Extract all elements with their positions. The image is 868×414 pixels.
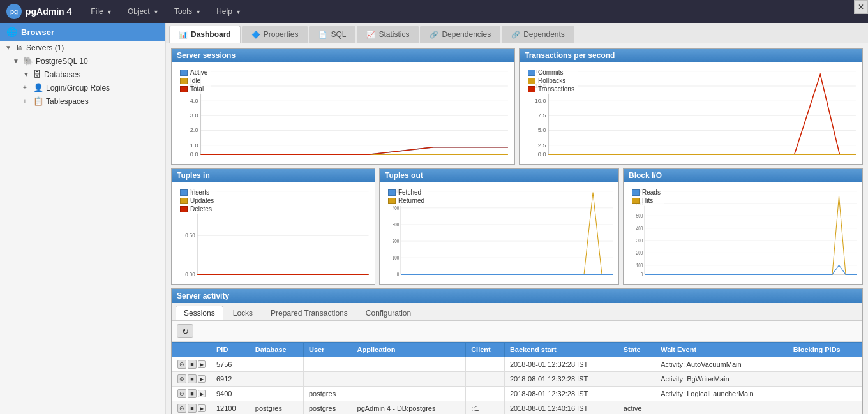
- row-action-btn[interactable]: ⊙: [177, 404, 186, 413]
- svg-text:100: 100: [636, 262, 643, 269]
- row-expand-btn[interactable]: ▶: [198, 360, 206, 368]
- col-application[interactable]: Application: [352, 343, 466, 357]
- legend-active: Active: [180, 69, 207, 76]
- commits-color: [528, 70, 535, 76]
- row-action-btn[interactable]: ⊙: [177, 374, 186, 383]
- col-user[interactable]: User: [303, 343, 352, 357]
- sidebar-item-postgresql[interactable]: ▼ 🐘 PostgreSQL 10: [0, 54, 165, 68]
- tab-dashboard[interactable]: 📊 Dashboard: [169, 26, 241, 43]
- col-controls: [172, 343, 211, 357]
- row-stop-btn[interactable]: ■: [188, 374, 197, 383]
- servers-expand-icon: ▼: [5, 44, 13, 51]
- object-menu[interactable]: Object ▼: [121, 4, 165, 18]
- rollbacks-color: [528, 78, 535, 84]
- svg-text:4.0: 4.0: [190, 98, 198, 104]
- col-blocking-pids[interactable]: Blocking PIDs: [788, 343, 862, 357]
- statistics-tab-label: Statistics: [378, 30, 409, 39]
- cell-pid: 12100: [211, 401, 250, 415]
- svg-text:500: 500: [636, 212, 643, 219]
- block-io-legend: Reads Hits: [629, 187, 664, 206]
- col-backend-start[interactable]: Backend start: [504, 343, 618, 357]
- cell-pid: 9400: [211, 387, 250, 401]
- tools-menu[interactable]: Tools ▼: [168, 4, 207, 18]
- app-icon: pg: [6, 4, 22, 19]
- col-client[interactable]: Client: [466, 343, 505, 357]
- properties-tab-label: Properties: [264, 30, 299, 39]
- charts-row-2: Tuples in Inserts Updates: [171, 168, 863, 285]
- sidebar: 🌐 Browser ▼ 🖥 Servers (1) ▼ 🐘 PostgreSQL…: [0, 23, 166, 414]
- col-wait-event[interactable]: Wait Event: [655, 343, 788, 357]
- server-sessions-chart: 6.0 5.0 4.0 3.0 2.0 1.0 0.0: [175, 65, 511, 161]
- row-action-btn[interactable]: ⊙: [177, 360, 186, 369]
- roles-icon: 👤: [33, 83, 43, 92]
- transactions-legend: Commits Rollbacks Transactions: [525, 67, 578, 94]
- topbar: pg pgAdmin 4 File ▼ Object ▼ Tools ▼ Hel…: [0, 0, 868, 23]
- col-pid[interactable]: PID: [211, 343, 250, 357]
- col-state[interactable]: State: [618, 343, 655, 357]
- table-row: ⊙ ■ ▶ 5756 2018-08-01 12:32:28 IST: [172, 357, 862, 372]
- deletes-color: [180, 206, 188, 212]
- pg-label: PostgreSQL 10: [36, 57, 88, 66]
- locks-tab[interactable]: Locks: [225, 306, 261, 320]
- transactions-title: Transactions per second: [520, 49, 862, 62]
- svg-text:0.0: 0.0: [538, 151, 546, 158]
- block-io-panel: Block I/O Reads Hits: [623, 168, 863, 285]
- sidebar-item-databases[interactable]: ▼ 🗄 Databases: [0, 68, 165, 81]
- row-expand-btn[interactable]: ▶: [198, 390, 206, 397]
- browser-header: 🌐 Browser: [0, 23, 165, 41]
- server-sessions-legend: Active Idle Total: [177, 67, 211, 94]
- svg-text:1.0: 1.0: [190, 142, 198, 149]
- cell-pid: 6912: [211, 372, 250, 387]
- legend-idle: Idle: [180, 77, 207, 84]
- idle-label: Idle: [190, 77, 200, 84]
- cell-backend-start: 2018-08-01 12:32:28 IST: [504, 387, 618, 401]
- tab-sql[interactable]: 📄 SQL: [309, 26, 355, 43]
- app-logo: pg pgAdmin 4: [6, 4, 71, 19]
- dependents-tab-icon: 🔗: [511, 31, 520, 39]
- row-expand-btn[interactable]: ▶: [198, 404, 206, 412]
- sessions-table: PID Database User Application Client Bac…: [172, 342, 862, 414]
- tab-statistics[interactable]: 📈 Statistics: [357, 26, 419, 43]
- reads-label: Reads: [642, 189, 661, 196]
- main-layout: 🌐 Browser ▼ 🖥 Servers (1) ▼ 🐘 PostgreSQL…: [0, 23, 868, 414]
- configuration-tab[interactable]: Configuration: [357, 306, 419, 320]
- row-controls: ⊙ ■ ▶: [172, 401, 211, 415]
- svg-text:300: 300: [393, 221, 400, 228]
- legend-total: Total: [180, 85, 207, 92]
- tuples-in-body: Inserts Updates Deletes: [172, 182, 375, 284]
- hits-label: Hits: [642, 197, 653, 204]
- returned-label: Returned: [398, 197, 424, 204]
- help-menu[interactable]: Help ▼: [210, 4, 248, 18]
- browser-icon: 🌐: [6, 27, 17, 37]
- svg-text:400: 400: [636, 225, 643, 232]
- activity-tabs: Sessions Locks Prepared Transactions Con…: [172, 303, 862, 321]
- db-icon: 🗄: [33, 70, 41, 79]
- file-menu[interactable]: File ▼: [84, 4, 119, 18]
- prepared-transactions-tab[interactable]: Prepared Transactions: [262, 306, 356, 320]
- cell-blocking-pids: [788, 357, 862, 372]
- cell-user: [303, 372, 352, 387]
- col-database[interactable]: Database: [250, 343, 303, 357]
- fetched-label: Fetched: [398, 189, 421, 196]
- fetched-color: [388, 189, 396, 196]
- sidebar-item-servers[interactable]: ▼ 🖥 Servers (1): [0, 41, 165, 54]
- cell-wait-event: Activity: BgWriterMain: [655, 372, 788, 387]
- sidebar-item-tablespaces[interactable]: + 📋 Tablespaces: [0, 94, 165, 108]
- cell-blocking-pids: [788, 401, 862, 415]
- sidebar-item-login-roles[interactable]: + 👤 Login/Group Roles: [0, 81, 165, 94]
- row-controls: ⊙ ■ ▶: [172, 387, 211, 401]
- refresh-button[interactable]: ↻: [177, 324, 193, 338]
- row-action-btn[interactable]: ⊙: [177, 389, 186, 398]
- row-stop-btn[interactable]: ■: [188, 389, 197, 398]
- tab-dependents[interactable]: 🔗 Dependents: [502, 26, 574, 43]
- tab-dependencies[interactable]: 🔗 Dependencies: [420, 26, 500, 43]
- row-stop-btn[interactable]: ■: [188, 404, 197, 413]
- row-stop-btn[interactable]: ■: [188, 360, 197, 369]
- svg-text:200: 200: [393, 238, 400, 244]
- legend-transactions: Transactions: [528, 85, 574, 92]
- returned-color: [388, 198, 396, 204]
- sessions-tab[interactable]: Sessions: [176, 306, 223, 320]
- commits-label: Commits: [538, 69, 563, 76]
- row-expand-btn[interactable]: ▶: [198, 375, 206, 383]
- tab-properties[interactable]: 🔷 Properties: [242, 26, 308, 43]
